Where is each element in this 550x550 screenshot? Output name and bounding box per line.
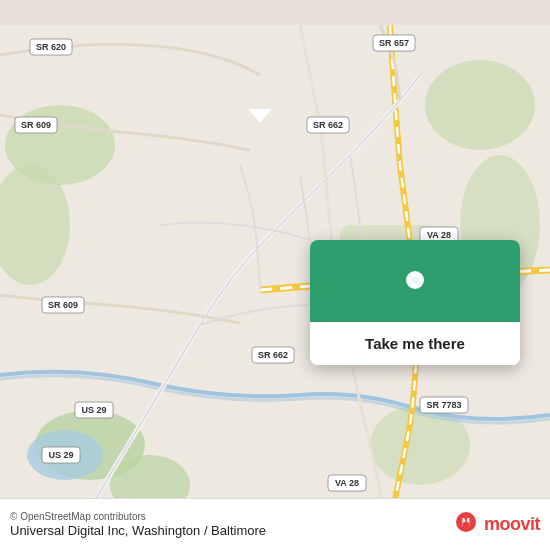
svg-point-3 (425, 60, 535, 150)
svg-text:SR 609: SR 609 (48, 300, 78, 310)
svg-text:SR 657: SR 657 (379, 38, 409, 48)
bottom-bar: © OpenStreetMap contributors Universal D… (0, 498, 550, 550)
svg-text:SR 662: SR 662 (258, 350, 288, 360)
svg-text:SR 609: SR 609 (21, 120, 51, 130)
attribution-text: © OpenStreetMap contributors (10, 511, 266, 522)
svg-text:SR 7783: SR 7783 (426, 400, 461, 410)
popup-triangle (248, 109, 272, 123)
svg-text:SR 662: SR 662 (313, 120, 343, 130)
moovit-logo: M moovit (452, 511, 540, 539)
moovit-label: moovit (484, 514, 540, 535)
svg-text:VA 28: VA 28 (427, 230, 451, 240)
map-container: SR 620 SR 657 SR 609 SR 662 SR 609 SR 66… (0, 0, 550, 550)
svg-text:VA 28: VA 28 (335, 478, 359, 488)
popup-header (310, 240, 520, 322)
bottom-info: © OpenStreetMap contributors Universal D… (10, 511, 266, 538)
svg-text:US 29: US 29 (81, 405, 106, 415)
take-me-there-button[interactable]: Take me there (310, 322, 520, 365)
moovit-icon: M (452, 511, 480, 539)
company-text: Universal Digital Inc, Washington / Balt… (10, 523, 266, 538)
svg-text:SR 620: SR 620 (36, 42, 66, 52)
svg-text:US 29: US 29 (48, 450, 73, 460)
location-pin-icon (394, 262, 436, 304)
